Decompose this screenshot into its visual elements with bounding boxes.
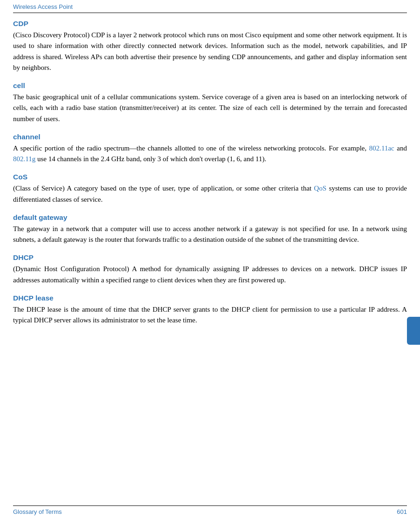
term-heading-default-gateway: default gateway bbox=[13, 213, 407, 222]
link-80211ac[interactable]: 802.11ac bbox=[369, 144, 394, 152]
content-area: CDP (Cisco Discovery Protocol) CDP is a … bbox=[13, 13, 407, 505]
term-block-dhcp-lease: DHCP lease The DHCP lease is the amount … bbox=[13, 294, 407, 326]
term-body-cos: (Class of Service) A category based on t… bbox=[13, 183, 407, 205]
footer-left: Glossary of Terms bbox=[13, 508, 62, 515]
page-container: Wireless Access Point CDP (Cisco Discove… bbox=[0, 0, 420, 519]
term-block-cell: cell The basic geographical unit of a ce… bbox=[13, 82, 407, 124]
link-qos[interactable]: QoS bbox=[314, 184, 327, 192]
page-footer: Glossary of Terms 601 bbox=[13, 505, 407, 519]
term-body-cell: The basic geographical unit of a cellula… bbox=[13, 92, 407, 124]
term-heading-cos: CoS bbox=[13, 173, 407, 181]
term-body-cdp: (Cisco Discovery Protocol) CDP is a laye… bbox=[13, 30, 407, 73]
term-body-dhcp-lease: The DHCP lease is the amount of time tha… bbox=[13, 304, 407, 326]
term-heading-dhcp: DHCP bbox=[13, 253, 407, 262]
page-header: Wireless Access Point bbox=[13, 0, 407, 13]
term-block-default-gateway: default gateway The gateway in a network… bbox=[13, 213, 407, 246]
footer-right: 601 bbox=[397, 508, 407, 515]
term-block-dhcp: DHCP (Dynamic Host Configuration Protoco… bbox=[13, 253, 407, 286]
term-heading-cdp: CDP bbox=[13, 20, 407, 28]
sidebar-tab[interactable] bbox=[407, 317, 420, 345]
term-heading-cell: cell bbox=[13, 82, 407, 90]
header-title: Wireless Access Point bbox=[13, 3, 73, 10]
term-body-channel: A specific portion of the radio spectrum… bbox=[13, 143, 407, 165]
term-body-default-gateway: The gateway in a network that a computer… bbox=[13, 224, 407, 246]
term-block-cos: CoS (Class of Service) A category based … bbox=[13, 173, 407, 205]
term-heading-channel: channel bbox=[13, 133, 407, 141]
term-block-cdp: CDP (Cisco Discovery Protocol) CDP is a … bbox=[13, 20, 407, 73]
term-heading-dhcp-lease: DHCP lease bbox=[13, 294, 407, 302]
term-body-dhcp: (Dynamic Host Configuration Protocol) A … bbox=[13, 264, 407, 286]
link-80211g[interactable]: 802.11g bbox=[13, 155, 35, 163]
term-block-channel: channel A specific portion of the radio … bbox=[13, 133, 407, 165]
